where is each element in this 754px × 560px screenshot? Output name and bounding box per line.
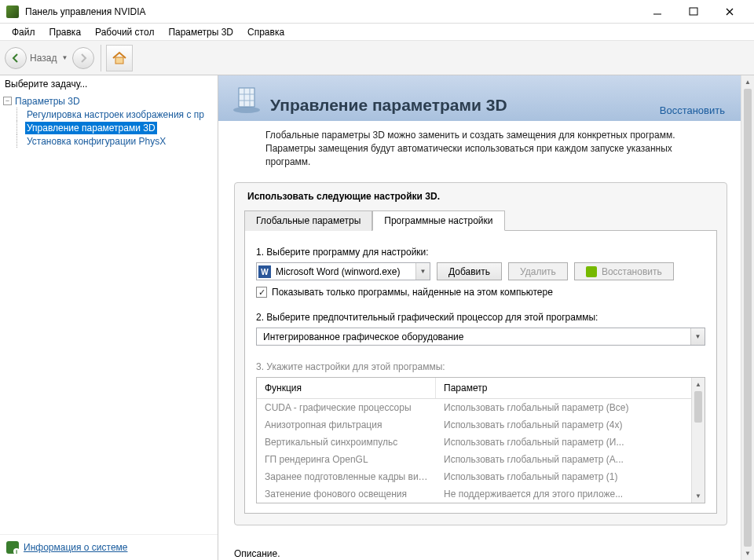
svg-rect-1 [690,8,697,15]
minimize-button[interactable] [639,0,675,24]
table-header: Функция Параметр [257,378,705,399]
svg-point-5 [233,107,260,113]
table-row[interactable]: Заранее подготовленные кадры вирту...Исп… [257,468,691,485]
gpu-select[interactable]: Интегрированное графическое оборудование… [256,328,705,346]
info-icon [6,541,19,554]
task-label: Выберите задачу... [0,75,218,94]
minimize-icon [651,5,664,18]
collapse-icon[interactable]: − [3,97,12,105]
settings-table: Функция Параметр CUDA - графические проц… [256,377,705,503]
maximize-icon [687,5,700,18]
menubar: Файл Правка Рабочий стол Параметры 3D Сп… [0,24,754,41]
tabs: Глобальные параметры Программные настрой… [244,210,717,231]
restore-button[interactable]: Восстановить [574,262,674,280]
show-found-checkbox[interactable]: ✓ [256,287,267,298]
svg-rect-6 [239,88,254,107]
toolbar: Назад ▼ [0,41,754,75]
scroll-thumb[interactable] [694,391,702,423]
close-button[interactable] [712,0,748,24]
close-icon [723,5,736,18]
col-parameter[interactable]: Параметр [436,378,705,398]
forward-button[interactable] [72,47,94,69]
gpu-select-value: Интегрированное графическое оборудование [257,331,690,342]
add-button[interactable]: Добавить [437,262,502,280]
settings-caption: Использовать следующие настройки 3D. [244,191,717,202]
chevron-down-icon: ▼ [415,263,430,280]
back-button[interactable] [5,47,27,69]
home-button[interactable] [106,45,133,71]
tree-item-adjust-image[interactable]: Регулировка настроек изображения с пр [25,108,214,121]
col-function[interactable]: Функция [257,378,436,398]
table-row[interactable]: Вертикальный синхроимпульсИспользовать г… [257,434,691,451]
remove-button[interactable]: Удалить [508,262,568,280]
nvidia-icon [586,266,597,277]
restore-defaults-link[interactable]: Восстановить [660,104,725,116]
table-row[interactable]: Анизотропная фильтрацияИспользовать глоб… [257,416,691,434]
restore-button-label: Восстановить [602,266,662,277]
back-chevron-icon[interactable]: ▼ [61,54,68,61]
chevron-down-icon: ▼ [690,328,705,345]
maximize-button[interactable] [675,0,712,24]
scroll-up-icon[interactable]: ▲ [692,378,705,391]
right-panel: Управление параметрами 3D Восстановить Г… [218,75,754,560]
content: Выберите задачу... − Параметры 3D Регули… [0,75,754,560]
arrow-left-icon [9,52,22,64]
page-header: Управление параметрами 3D Восстановить [218,75,741,121]
table-scrollbar[interactable]: ▲ ▼ [691,378,705,503]
table-body: CUDA - графические процессорыИспользоват… [257,399,705,503]
panel-scrollbar[interactable]: ▲ ▼ [741,75,754,560]
table-row[interactable]: CUDA - графические процессорыИспользоват… [257,399,691,416]
show-found-label: Показывать только программы, найденные н… [272,287,553,298]
tab-body: 1. Выберите программу для настройки: W M… [244,231,717,514]
step3-label: 3. Укажите настройки для этой программы: [256,361,705,372]
back-label: Назад [30,53,57,64]
arrow-right-icon [77,52,90,64]
tab-global[interactable]: Глобальные параметры [244,210,372,231]
tree-root[interactable]: − Параметры 3D [3,94,214,108]
scroll-thumb[interactable] [744,89,752,547]
settings-group: Использовать следующие настройки 3D. Гло… [234,182,727,525]
menu-3d-params[interactable]: Параметры 3D [161,25,240,39]
program-select-row: W Microsoft Word (winword.exe) ▼ Добавит… [256,262,705,280]
system-info-link-row: Информация о системе [0,534,218,560]
window-title: Панель управления NVIDIA [25,6,639,17]
scroll-down-icon[interactable]: ▼ [741,547,754,560]
svg-rect-4 [115,57,123,64]
tree-item-physx[interactable]: Установка конфигурации PhysX [25,134,214,148]
manage-3d-icon [231,83,262,115]
left-panel: Выберите задачу... − Параметры 3D Регули… [0,75,218,560]
system-info-link[interactable]: Информация о системе [24,542,127,553]
scroll-up-icon[interactable]: ▲ [741,75,754,89]
program-select[interactable]: W Microsoft Word (winword.exe) ▼ [256,262,430,280]
tree-item-manage-3d[interactable]: Управление параметрами 3D [25,121,214,134]
table-row[interactable]: ГП рендеринга OpenGLИспользовать глобаль… [257,451,691,468]
toolbar-separator [101,45,101,71]
menu-file[interactable]: Файл [5,25,42,39]
description-block: Описание. Указывает, какой графический п… [234,547,727,560]
tree-root-label: Параметры 3D [15,96,80,107]
app-icon [6,5,19,18]
nav-tree: − Параметры 3D Регулировка настроек изоб… [0,94,218,534]
table-row[interactable]: Затенение фонового освещенияНе поддержив… [257,485,691,503]
menu-desktop[interactable]: Рабочий стол [88,25,161,39]
page-title: Управление параметрами 3D [270,96,507,115]
home-icon [111,49,128,67]
page-icon [231,83,262,115]
page-intro: Глобальные параметры 3D можно заменить и… [218,121,741,176]
show-found-row: ✓ Показывать только программы, найденные… [256,287,705,298]
window-controls [639,0,748,24]
description-title: Описание. [234,547,727,560]
step1-label: 1. Выберите программу для настройки: [256,247,705,258]
svg-text:W: W [261,268,269,276]
step2-label: 2. Выберите предпочтительный графический… [256,312,705,323]
word-icon: W [257,265,273,278]
tab-program[interactable]: Программные настройки [372,210,504,231]
scroll-down-icon[interactable]: ▼ [692,489,705,503]
titlebar: Панель управления NVIDIA [0,0,754,24]
program-select-value: Microsoft Word (winword.exe) [273,266,415,277]
menu-edit[interactable]: Правка [42,25,89,39]
menu-help[interactable]: Справка [240,25,291,39]
